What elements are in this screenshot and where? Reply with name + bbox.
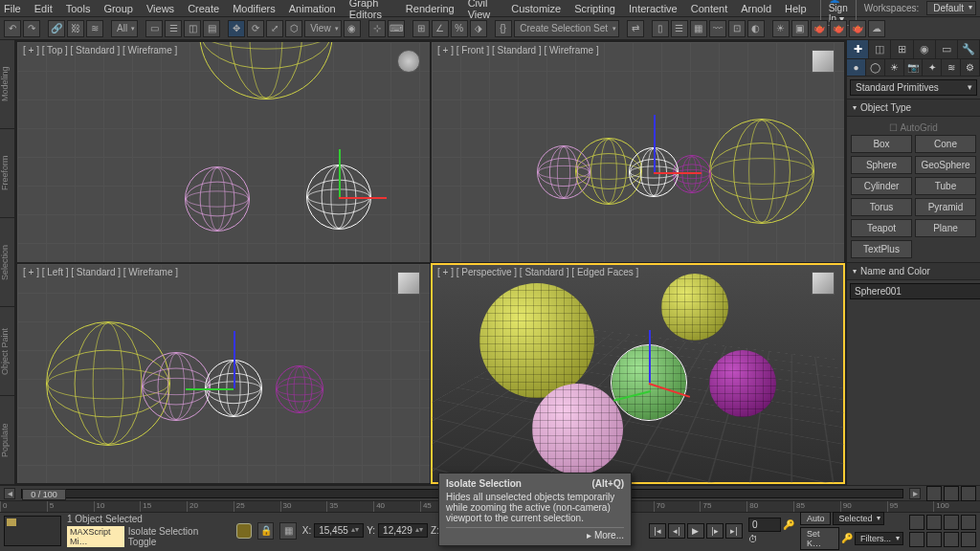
btn-textplus[interactable]: TextPlus [851, 240, 912, 258]
isolate-selection-button[interactable] [236, 523, 252, 539]
manip-button[interactable]: ⊹ [368, 20, 386, 37]
menu-create[interactable]: Create [188, 3, 219, 14]
menu-grapheditors[interactable]: Graph Editors [349, 0, 392, 20]
coord-y-input[interactable]: 12,429▴▾ [378, 523, 428, 538]
mirror-button[interactable]: ⇄ [627, 20, 644, 37]
category-select[interactable]: Standard Primitives [850, 79, 977, 96]
editnamedsel-button[interactable]: {} [495, 20, 512, 37]
redo-button[interactable]: ↷ [23, 20, 40, 37]
tab-populate[interactable]: Populate [0, 396, 14, 485]
selection-set-select[interactable]: Create Selection Set [514, 20, 619, 37]
select-name-button[interactable]: ☰ [165, 20, 182, 37]
current-frame-input[interactable]: 0 [748, 518, 781, 532]
schematic-button[interactable]: ⊡ [728, 20, 746, 37]
tooltip-more[interactable]: ▸ More... [446, 527, 624, 540]
autogrid-check[interactable]: ☐ AutoGrid [851, 121, 976, 135]
layers-button[interactable]: ☰ [671, 20, 688, 37]
sub-shapes-icon[interactable]: ◯ [866, 59, 885, 76]
tab-freeform[interactable]: Freeform [0, 129, 14, 218]
keyboard-button[interactable]: ⌨ [388, 20, 405, 37]
maximize-viewport-button[interactable] [961, 532, 976, 547]
tab-motion-icon[interactable]: ◉ [914, 40, 936, 58]
render-button[interactable]: 🫖 [811, 20, 828, 37]
toggle-ribbon-button[interactable]: ▦ [690, 20, 707, 37]
menu-interactive[interactable]: Interactive [629, 3, 678, 14]
material-editor-button[interactable]: ◐ [747, 20, 765, 37]
nav-icon[interactable] [944, 486, 959, 501]
menu-tools[interactable]: Tools [66, 3, 91, 14]
render-frame-button[interactable]: ▣ [791, 20, 809, 37]
rollout-namecolor[interactable]: Name and Color [847, 262, 980, 280]
goto-end-button[interactable]: ▸| [725, 523, 743, 539]
percent-snap-button[interactable]: % [451, 20, 468, 37]
viewport-left[interactable]: [ + ] [ Left ] [ Standard ] [ Wireframe … [17, 264, 430, 484]
select-region-button[interactable]: ◫ [184, 20, 201, 37]
snap-button[interactable]: ⊞ [412, 20, 430, 37]
menu-rendering[interactable]: Rendering [406, 3, 455, 14]
zoom-all-button[interactable] [961, 515, 976, 530]
prev-frame-button[interactable]: ◂| [668, 523, 685, 539]
align-button[interactable]: ▯ [652, 20, 669, 37]
link-button[interactable]: 🔗 [48, 20, 65, 37]
filters-select[interactable]: Filters... [855, 532, 903, 545]
time-next-icon[interactable]: ▸ [909, 488, 921, 499]
zoom-extents-all-button[interactable] [926, 532, 942, 547]
tab-selection[interactable]: Selection [0, 218, 14, 307]
bind-button[interactable]: ≋ [86, 20, 103, 37]
mini-trackbar[interactable] [4, 516, 61, 546]
goto-start-button[interactable]: |◂ [649, 523, 666, 539]
zoom-extents-button[interactable] [909, 532, 924, 547]
tab-create-icon[interactable]: ✚ [847, 40, 869, 58]
btn-sphere[interactable]: Sphere [851, 156, 912, 174]
rotate-button[interactable]: ⟳ [247, 20, 264, 37]
render-last-button[interactable]: 🫖 [830, 20, 847, 37]
orbit-button[interactable] [944, 532, 959, 547]
viewport-perspective[interactable]: [ + ] [ Perspective ] [ Standard ] [ Edg… [432, 264, 844, 484]
btn-teapot[interactable]: Teapot [851, 219, 912, 237]
sub-helpers-icon[interactable]: ✦ [923, 59, 942, 76]
undo-button[interactable]: ↶ [4, 20, 21, 37]
menu-civilview[interactable]: Civil View [468, 0, 499, 20]
placement-button[interactable]: ⬡ [285, 20, 302, 37]
sub-lights-icon[interactable]: ☀ [885, 59, 904, 76]
btn-tube[interactable]: Tube [915, 177, 976, 195]
sub-systems-icon[interactable]: ⚙ [961, 59, 980, 76]
tab-modeling[interactable]: Modeling [0, 40, 14, 129]
time-prev-icon[interactable]: ◂ [4, 488, 15, 499]
fov-button[interactable] [944, 515, 959, 530]
tab-modify-icon[interactable]: ◫ [869, 40, 891, 58]
play-button[interactable]: ▶ [687, 523, 704, 539]
menu-scripting[interactable]: Scripting [574, 3, 615, 14]
move-button[interactable]: ✥ [228, 20, 245, 37]
menu-file[interactable]: File [4, 3, 21, 14]
refcoord-select[interactable]: View [304, 20, 342, 37]
tab-display-icon[interactable]: ▭ [936, 40, 958, 58]
spinner-snap-button[interactable]: ⬗ [470, 20, 487, 37]
pivot-button[interactable]: ◉ [344, 20, 361, 37]
unlink-button[interactable]: ⛓ [67, 20, 84, 37]
menu-group[interactable]: Group [103, 3, 133, 14]
menu-animation[interactable]: Animation [289, 3, 336, 14]
render-setup-button[interactable]: ☀ [772, 20, 790, 37]
tab-objectpaint[interactable]: Object Paint [0, 307, 14, 396]
workspace-select[interactable]: Default [926, 1, 976, 15]
coord-x-input[interactable]: 15,455▴▾ [314, 523, 364, 538]
time-config-button[interactable]: ⏱ [748, 534, 758, 544]
tab-hierarchy-icon[interactable]: ⊞ [891, 40, 913, 58]
lock-button[interactable]: 🔒 [257, 522, 274, 540]
setkey-button[interactable]: Set K… [800, 527, 839, 550]
sub-geometry-icon[interactable]: ● [847, 59, 866, 76]
menu-help[interactable]: Help [785, 3, 807, 14]
object-name-input[interactable] [850, 283, 980, 299]
sub-spacewarps-icon[interactable]: ≋ [942, 59, 961, 76]
btn-geosphere[interactable]: GeoSphere [915, 156, 976, 174]
sub-cameras-icon[interactable]: 📷 [904, 59, 924, 76]
viewcube-icon[interactable] [812, 272, 835, 295]
scale-button[interactable]: ⤢ [266, 20, 283, 37]
menu-arnold[interactable]: Arnold [741, 3, 771, 14]
nav-icon[interactable] [926, 486, 942, 501]
btn-box[interactable]: Box [851, 135, 912, 153]
rollout-objtype[interactable]: Object Type [847, 99, 980, 117]
window-crossing-button[interactable]: ▤ [203, 20, 220, 37]
viewcube-icon[interactable] [397, 50, 420, 73]
